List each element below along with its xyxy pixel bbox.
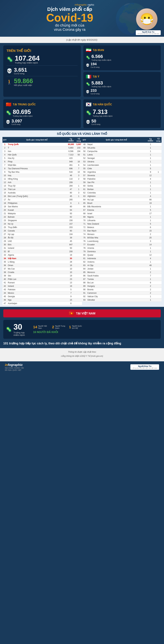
table-row: 4 Hàn Quốc 7,313 50 xyxy=(2,153,82,156)
cell-cases: 1 xyxy=(146,153,155,156)
cell-stt: 83 xyxy=(82,264,87,267)
table-row: 82 Andorra 1 xyxy=(82,260,162,264)
cell-cases: 461 xyxy=(66,164,76,167)
cell-cases: 1 xyxy=(146,181,155,184)
cell-cases: 200 xyxy=(66,250,76,253)
cell-stt: 76 xyxy=(82,240,87,243)
cell-cases: 39 xyxy=(66,236,76,240)
table-row: 19 San Marino 80 xyxy=(2,205,82,208)
cell-cases: 104 xyxy=(66,232,76,236)
cell-country: Lithuania xyxy=(87,219,146,222)
cell-country: Séc xyxy=(7,274,66,278)
iran-deaths-label: Ca tử vong xyxy=(91,66,99,68)
cell-country: Tàu Diamond Princess xyxy=(7,167,66,170)
italy-deaths-label: Ca tử vong xyxy=(91,93,99,95)
iran-deaths: 194 xyxy=(91,62,99,66)
cell-stt: 35 xyxy=(2,260,7,264)
cell-stt: 36 xyxy=(2,264,7,267)
cell-cases: 2 xyxy=(146,271,155,274)
cell-country: Hàn Quốc xyxy=(7,153,66,156)
cell-deaths xyxy=(76,257,82,260)
table-row: 38 Croatia 10 xyxy=(2,271,82,274)
vietnam-stats-panel: 🦠 30 Trường hợp nhiễm bệnh 14 Người Việt… xyxy=(3,320,161,339)
cell-cases: 2 xyxy=(146,232,155,236)
table-row: 49 SriLanka 1 xyxy=(82,146,162,150)
cell-cases: 696 xyxy=(66,167,76,170)
table-row: 18 Philippines 6 1 xyxy=(2,202,82,205)
cell-country: Tunisia xyxy=(87,278,146,281)
header-section: 🌍 Infographic raphic Dịch viêm phổi cấp … xyxy=(0,0,164,37)
cell-country: Iran xyxy=(7,150,66,153)
table-section: SỐ QUỐC GIA VÀ VÙNG LÃNH THỔ STT Quốc gi… xyxy=(0,130,164,307)
cell-stt: 8 xyxy=(2,167,7,170)
cell-cases: 9 xyxy=(66,295,76,298)
cell-cases: 949 xyxy=(66,160,76,164)
left-table: STT Quốc gia / vùng lãnh thổ Ca nhiễm Tử… xyxy=(2,137,82,305)
cell-stt: 2 xyxy=(2,146,7,150)
footer-note1: Thông tin được cập nhật theo xyxy=(3,351,161,353)
cell-deaths: 1 xyxy=(76,194,82,198)
table-row: 66 Bắc Macedonia 1 xyxy=(82,205,162,208)
cell-stt: 26 xyxy=(2,229,7,232)
subtitle1: do chủng mới của xyxy=(6,23,133,28)
iran-cases: 6.566 xyxy=(91,54,111,59)
table-row: 91 Cameroon 2 xyxy=(82,292,162,295)
cell-deaths xyxy=(155,188,162,191)
right-table-container: STT Quốc gia / vùng lãnh thổ Ca nhiễm Tử… xyxy=(82,137,162,305)
table-row: 31 Iceland 50 xyxy=(2,246,82,250)
cell-deaths xyxy=(155,212,162,215)
cell-stt: 31 xyxy=(2,246,7,250)
cell-stt: 14 xyxy=(2,188,7,191)
cell-stt: 12 xyxy=(2,181,7,184)
cell-country: Hy Lạp xyxy=(7,232,66,236)
cell-cases: 60 xyxy=(66,229,76,232)
th-stt-left: STT xyxy=(2,137,7,143)
table-row: 52 Senegal 1 xyxy=(82,156,162,160)
cell-country: Đức xyxy=(7,243,66,246)
cell-deaths: 1 xyxy=(155,170,162,174)
cell-stt: 62 xyxy=(82,191,87,194)
cell-stt: 44 xyxy=(2,292,7,295)
cn-nationals-label: Người Trung Quốc xyxy=(55,325,67,329)
vn-nationality-row: 14 Người Việt Nam 2 Người Trung Quốc 1 N… xyxy=(33,325,158,329)
cell-cases: 28 xyxy=(66,260,76,264)
cell-cases: 10 xyxy=(66,267,76,271)
cell-stt: 67 xyxy=(82,208,87,212)
cell-cases: 80,695 xyxy=(66,143,76,146)
cell-country: Chile xyxy=(87,167,146,170)
cell-cases: 1 xyxy=(146,246,155,250)
cell-country: Senegal xyxy=(87,156,146,160)
cell-deaths: 3 xyxy=(76,191,82,194)
table-row: 37 Ma Cao 10 xyxy=(2,267,82,271)
cell-deaths xyxy=(76,205,82,208)
cell-deaths xyxy=(76,229,82,232)
vn-cases-label: Trường hợp nhiễm bệnh xyxy=(13,332,30,336)
cell-country: Ecuador xyxy=(87,243,146,246)
cell-deaths xyxy=(155,240,162,243)
cell-deaths xyxy=(155,232,162,236)
cell-stt: 93 xyxy=(82,298,87,302)
cell-deaths xyxy=(155,295,162,298)
cell-cases: 80 xyxy=(66,205,76,208)
cell-stt: 59 xyxy=(82,181,87,184)
cell-stt: 86 xyxy=(82,274,87,278)
table-row: 12 Anh 209 xyxy=(2,181,82,184)
cell-cases: 2 xyxy=(146,288,155,292)
cell-country: Georgia xyxy=(7,295,66,298)
cell-stt: 9 xyxy=(2,170,7,174)
table-row: 53 Ukraina 1 xyxy=(82,160,162,164)
china-box: 🇨🇳 TẠI TRUNG QUỐC 🦠 80.695 Trường hợp nh… xyxy=(3,99,81,128)
table-row: 35 Li Băng 28 xyxy=(2,260,82,264)
vn-main-stat: 🦠 30 Trường hợp nhiễm bệnh xyxy=(6,322,30,336)
cell-country: Việt Nam xyxy=(7,257,66,260)
subtitle2: virus Corona gây ra xyxy=(6,28,133,32)
cell-deaths xyxy=(155,181,162,184)
cell-country: Thụy Điển xyxy=(7,226,66,229)
cell-country: San Phi xyxy=(87,181,146,184)
table-row: 40 Phần Lan 23 xyxy=(2,278,82,281)
cell-stt: 42 xyxy=(2,284,7,288)
cell-country: Cameroon xyxy=(87,292,146,295)
th-stt-right: STT xyxy=(82,137,87,143)
cell-deaths: 10 xyxy=(76,170,82,174)
cell-country: Vatican City xyxy=(87,295,146,298)
